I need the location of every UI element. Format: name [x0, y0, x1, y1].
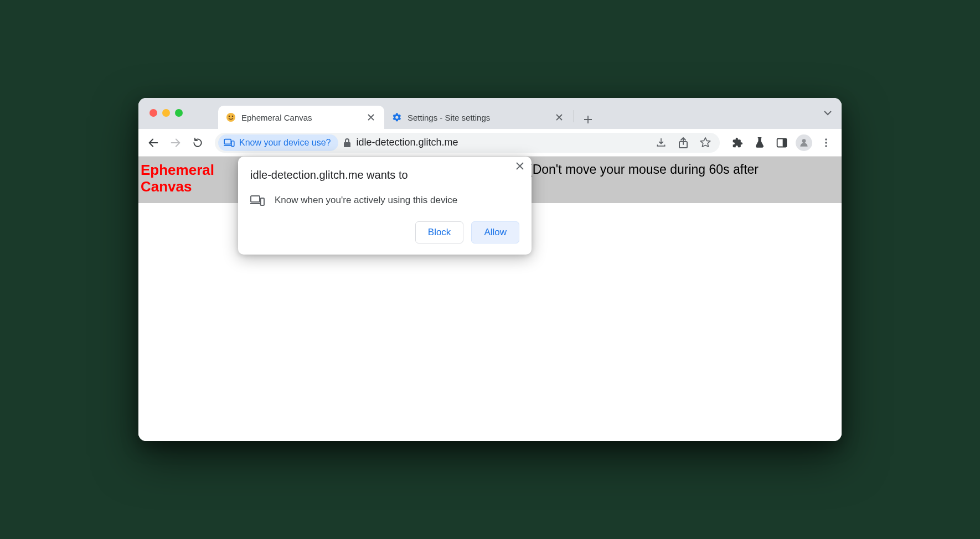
forward-button[interactable]: [166, 133, 185, 152]
profile-avatar[interactable]: [794, 133, 814, 153]
new-tab-button[interactable]: [579, 110, 597, 129]
allow-button[interactable]: Allow: [471, 221, 519, 243]
reload-button[interactable]: [188, 133, 207, 152]
page-title-line2: Canvas: [141, 178, 192, 195]
tab-title: Ephemeral Canvas: [241, 113, 360, 122]
popup-permission-row: Know when you're actively using this dev…: [250, 195, 519, 206]
install-icon[interactable]: [651, 133, 671, 153]
svg-rect-8: [783, 138, 787, 147]
omnibox-actions: [651, 133, 715, 153]
labs-icon[interactable]: [750, 133, 770, 153]
tab-close-button[interactable]: [554, 114, 565, 121]
page-title-line1: Ephemeral: [141, 162, 214, 178]
svg-point-10: [825, 138, 827, 141]
block-button[interactable]: Block: [415, 221, 464, 243]
tab-close-button[interactable]: [365, 114, 376, 121]
share-icon[interactable]: [673, 133, 693, 153]
url-text: idle-detection.glitch.me: [356, 137, 647, 148]
popup-actions: Block Allow: [250, 221, 519, 243]
tab-ephemeral-canvas[interactable]: Ephemeral Canvas: [218, 106, 384, 129]
toolbar: Know your device use? idle-detection.gli…: [138, 129, 842, 157]
bookmark-star-icon[interactable]: [695, 133, 715, 153]
svg-point-12: [825, 145, 827, 147]
popup-permission-text: Know when you're actively using this dev…: [275, 195, 457, 206]
page-content: Ephemeral Canvas (Don't move your mouse …: [138, 157, 842, 441]
svg-point-1: [229, 116, 230, 117]
window-close-button[interactable]: [149, 109, 157, 117]
devices-icon: [224, 138, 235, 147]
tab-bar: Ephemeral Canvas Settings - Site setting…: [138, 98, 842, 129]
svg-point-2: [232, 116, 234, 117]
tab-settings[interactable]: Settings - Site settings: [384, 106, 572, 129]
devices-icon: [250, 195, 265, 206]
permission-chip[interactable]: Know your device use?: [218, 134, 338, 151]
svg-point-0: [226, 113, 235, 122]
chip-label: Know your device use?: [239, 138, 331, 148]
browser-window: Ephemeral Canvas Settings - Site setting…: [138, 98, 842, 441]
tabs-container: Ephemeral Canvas Settings - Site setting…: [218, 103, 842, 129]
tab-overflow-button[interactable]: [823, 108, 833, 118]
tab-separator: [574, 110, 574, 122]
sidepanel-icon[interactable]: [772, 133, 792, 153]
settings-favicon-icon: [392, 112, 402, 122]
back-button[interactable]: [144, 133, 163, 152]
page-instruction: (Don't move your mouse during 60s after: [528, 162, 759, 177]
popup-close-button[interactable]: [516, 162, 524, 170]
page-title: Ephemeral Canvas: [141, 162, 229, 195]
lock-icon[interactable]: [343, 138, 352, 148]
window-maximize-button[interactable]: [175, 109, 183, 117]
svg-rect-14: [261, 198, 265, 205]
svg-rect-5: [344, 142, 350, 147]
svg-rect-4: [231, 141, 234, 146]
permission-prompt: idle-detection.glitch.me wants to Know w…: [238, 157, 532, 255]
tab-favicon-icon: [226, 112, 236, 122]
avatar-icon: [796, 134, 812, 151]
svg-rect-3: [224, 139, 231, 144]
svg-point-11: [825, 142, 827, 144]
popup-title: idle-detection.glitch.me wants to: [250, 169, 519, 182]
svg-point-9: [802, 139, 806, 143]
menu-button[interactable]: [816, 133, 836, 153]
extensions-icon[interactable]: [728, 133, 747, 153]
toolbar-extensions: [728, 133, 836, 153]
traffic-lights: [149, 109, 183, 117]
svg-rect-13: [251, 196, 260, 202]
omnibox[interactable]: Know your device use? idle-detection.gli…: [215, 133, 720, 153]
window-minimize-button[interactable]: [162, 109, 170, 117]
tab-title: Settings - Site settings: [408, 113, 548, 122]
